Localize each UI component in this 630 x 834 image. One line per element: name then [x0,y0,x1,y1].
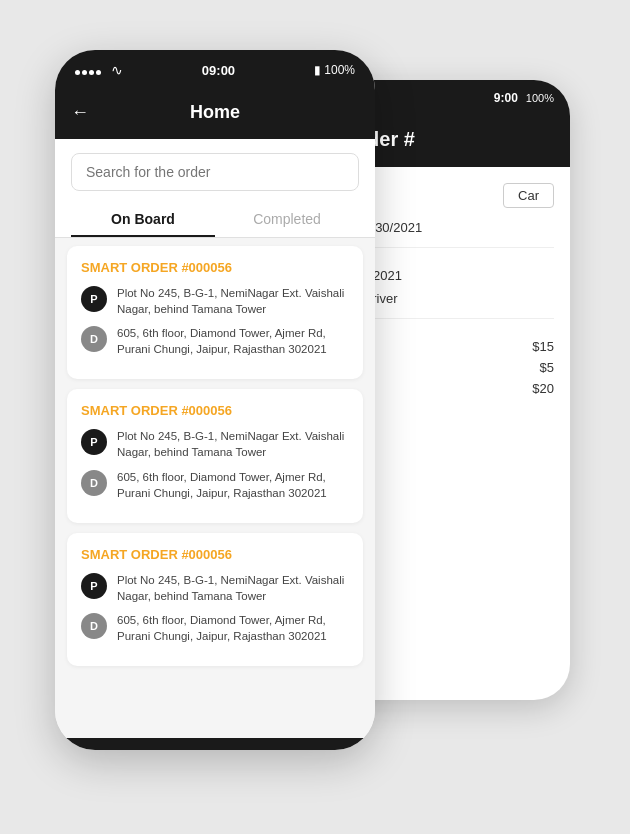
status-time: 09:00 [202,63,235,78]
phone-main: ∿ 09:00 ▮ 100% ← Home On Board Completed… [55,50,375,750]
tab-onboard[interactable]: On Board [71,201,215,237]
order-card-3[interactable]: SMART ORDER #000056 P Plot No 245, B-G-1… [67,533,363,666]
pickup-icon-3: P [81,573,107,599]
order-pickup-2: P Plot No 245, B-G-1, NemiNagar Ext. Vai… [81,428,349,460]
search-container [55,139,375,201]
status-bar: ∿ 09:00 ▮ 100% [55,50,375,90]
search-input[interactable] [71,153,359,191]
wifi-icon: ∿ [111,62,123,78]
order-dropoff-3: D 605, 6th floor, Diamond Tower, Ajmer R… [81,612,349,644]
status-left: ∿ [75,61,123,79]
pickup-icon-2: P [81,429,107,455]
battery-icon: ▮ 100% [314,63,355,77]
tabs-container: On Board Completed [55,201,375,238]
dropoff-icon-3: D [81,613,107,639]
pickup-address-1: Plot No 245, B-G-1, NemiNagar Ext. Vaish… [117,285,349,317]
orders-list: SMART ORDER #000056 P Plot No 245, B-G-1… [55,238,375,738]
dropoff-icon-2: D [81,470,107,496]
dropoff-address-1: 605, 6th floor, Diamond Tower, Ajmer Rd,… [117,325,349,357]
back-car-badge: Car [503,183,554,208]
page-title: Home [190,102,240,123]
order-pickup-3: P Plot No 245, B-G-1, NemiNagar Ext. Vai… [81,572,349,604]
tab-completed[interactable]: Completed [215,201,359,237]
pickup-icon-1: P [81,286,107,312]
bottom-nav: Profile [55,738,375,750]
order-title-2: SMART ORDER #000056 [81,403,349,418]
order-title-1: SMART ORDER #000056 [81,260,349,275]
order-title-3: SMART ORDER #000056 [81,547,349,562]
order-card-2[interactable]: SMART ORDER #000056 P Plot No 245, B-G-1… [67,389,363,522]
pickup-address-3: Plot No 245, B-G-1, NemiNagar Ext. Vaish… [117,572,349,604]
order-card-1[interactable]: SMART ORDER #000056 P Plot No 245, B-G-1… [67,246,363,379]
order-dropoff-1: D 605, 6th floor, Diamond Tower, Ajmer R… [81,325,349,357]
back-battery: 100% [526,92,554,104]
dropoff-address-3: 605, 6th floor, Diamond Tower, Ajmer Rd,… [117,612,349,644]
dropoff-address-2: 605, 6th floor, Diamond Tower, Ajmer Rd,… [117,469,349,501]
order-dropoff-2: D 605, 6th floor, Diamond Tower, Ajmer R… [81,469,349,501]
order-pickup-1: P Plot No 245, B-G-1, NemiNagar Ext. Vai… [81,285,349,317]
status-right: ▮ 100% [314,63,355,77]
pickup-address-2: Plot No 245, B-G-1, NemiNagar Ext. Vaish… [117,428,349,460]
back-status-time: 9:00 [494,91,518,105]
app-header: ← Home [55,90,375,139]
signal-dots [75,61,103,79]
back-button[interactable]: ← [71,102,89,123]
dropoff-icon-1: D [81,326,107,352]
